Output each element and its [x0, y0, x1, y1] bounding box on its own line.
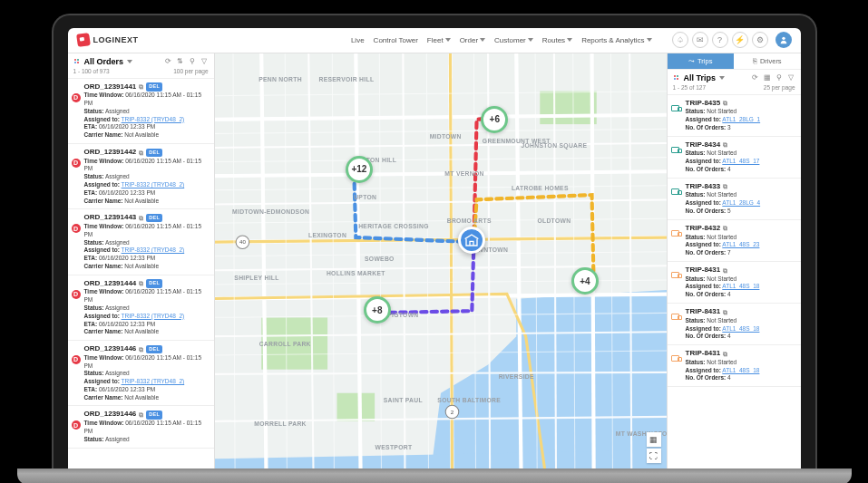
- filter-icon[interactable]: ▽: [200, 57, 209, 66]
- nav-item-order[interactable]: Order: [460, 36, 485, 44]
- order-trip-link[interactable]: TRIP-8332 (TRYD48_2): [122, 116, 185, 122]
- map-cluster[interactable]: +6: [481, 106, 508, 133]
- order-card[interactable]: DORD_12391444 ⧉ DELTime Window: 06/16/20…: [68, 275, 214, 341]
- chevron-down-icon[interactable]: [127, 60, 132, 63]
- open-icon[interactable]: ⧉: [139, 214, 143, 222]
- trip-vehicle-link[interactable]: ATL1_48S_17: [722, 158, 759, 164]
- open-icon[interactable]: ⧉: [723, 224, 727, 232]
- orders-panel-title[interactable]: All Orders: [84, 57, 124, 66]
- order-id: ORD_12391446 ⧉ DEL: [84, 410, 163, 420]
- order-id: ORD_12391441 ⧉ DEL: [84, 82, 163, 92]
- map-cluster[interactable]: +8: [364, 296, 391, 324]
- refresh-icon[interactable]: ⟳: [164, 57, 173, 66]
- map-layers-icon[interactable]: ▦: [647, 432, 661, 447]
- svg-text:SOWEBO: SOWEBO: [365, 256, 395, 262]
- trip-card[interactable]: TRIP-8431 ⧉Status: Not StartedAssigned t…: [668, 345, 801, 387]
- orders-list[interactable]: DORD_12391441 ⧉ DELTime Window: 06/16/20…: [68, 79, 214, 469]
- nav-item-fleet[interactable]: Fleet: [427, 36, 451, 44]
- map-view[interactable]: RESERVOIR HILLPENN NORTHMIDTOWNMIDTOWN-E…: [215, 53, 667, 469]
- adjust-icon[interactable]: ⚲: [775, 73, 784, 82]
- topbar: LOGINEXT LiveControl TowerFleetOrderCust…: [68, 28, 801, 53]
- settings-icon[interactable]: ⚙: [752, 32, 768, 48]
- trip-card[interactable]: TRIP-8433 ⧉Status: Not StartedAssigned t…: [668, 179, 801, 220]
- trip-card[interactable]: TRIP-8435 ⧉Status: Not StartedAssigned t…: [668, 95, 801, 137]
- order-id: ORD_12391443 ⧉ DEL: [84, 213, 163, 223]
- map-cluster[interactable]: +12: [346, 156, 373, 183]
- map-cluster[interactable]: +4: [571, 267, 599, 295]
- orders-per-page[interactable]: 100 per page: [173, 68, 208, 74]
- open-icon[interactable]: ⧉: [139, 149, 143, 157]
- open-icon[interactable]: ⧉: [723, 182, 727, 190]
- trip-vehicle-link[interactable]: ATL1_48S_23: [722, 241, 759, 247]
- bolt-icon[interactable]: ⚡: [732, 32, 748, 48]
- trip-assigned: Assigned to: ATL1_48S_17: [686, 158, 795, 166]
- trip-card[interactable]: TRIP-8431 ⧉Status: Not StartedAssigned t…: [668, 304, 801, 345]
- chat-icon[interactable]: ✉: [692, 32, 708, 48]
- trip-card[interactable]: TRIP-8432 ⧉Status: Not StartedAssigned t…: [668, 220, 801, 262]
- trip-id: TRIP-8431 ⧉: [686, 307, 728, 317]
- trip-order-count: No. Of Orders: 4: [686, 291, 795, 299]
- brand-logo[interactable]: LOGINEXT: [77, 34, 139, 46]
- nav-item-reports-analytics[interactable]: Reports & Analytics: [581, 36, 651, 44]
- trip-card[interactable]: TRIP-8431 ⧉Status: Not StartedAssigned t…: [668, 262, 801, 304]
- order-trip-link[interactable]: TRIP-8332 (TRYD48_2): [122, 246, 185, 253]
- user-avatar[interactable]: [775, 32, 792, 48]
- trips-list[interactable]: TRIP-8435 ⧉Status: Not StartedAssigned t…: [668, 95, 801, 469]
- open-icon[interactable]: ⧉: [723, 308, 727, 316]
- hub-marker[interactable]: [458, 227, 485, 254]
- order-eta: ETA: 06/16/2020 12:33 PM: [84, 123, 209, 131]
- order-status: Status: Assigned: [84, 239, 209, 247]
- order-card[interactable]: DORD_12391446 ⧉ DELTime Window: 06/16/20…: [68, 406, 214, 448]
- trip-vehicle-link[interactable]: ATL1_48S_18: [722, 283, 759, 289]
- refresh-icon[interactable]: ⟳: [751, 73, 760, 82]
- trip-vehicle-link[interactable]: ATL1_28LG_1: [722, 116, 760, 122]
- chevron-down-icon[interactable]: [719, 76, 725, 80]
- open-icon[interactable]: ⧉: [139, 279, 143, 287]
- help-icon[interactable]: ?: [712, 32, 728, 48]
- open-icon[interactable]: ⧉: [723, 266, 727, 275]
- chevron-down-icon: [528, 38, 533, 42]
- order-card[interactable]: DORD_12391446 ⧉ DELTime Window: 06/16/20…: [68, 341, 214, 406]
- trip-id: TRIP-8433 ⧉: [686, 182, 728, 192]
- trip-vehicle-link[interactable]: ATL1_48S_18: [722, 325, 759, 332]
- order-card[interactable]: DORD_12391443 ⧉ DELTime Window: 06/16/20…: [68, 209, 214, 275]
- nav-item-routes[interactable]: Routes: [542, 36, 572, 44]
- order-card[interactable]: DORD_12391442 ⧉ DELTime Window: 06/16/20…: [68, 144, 214, 209]
- svg-text:PIGTOWN: PIGTOWN: [387, 312, 418, 318]
- nav-item-control-tower[interactable]: Control Tower: [374, 36, 418, 44]
- svg-text:WESTPORT: WESTPORT: [375, 444, 412, 450]
- adjust-icon[interactable]: ⚲: [188, 57, 197, 66]
- bell-icon[interactable]: ♤: [672, 32, 688, 48]
- order-trip-link[interactable]: TRIP-8332 (TRYD48_2): [122, 313, 185, 319]
- map-fullscreen-icon[interactable]: ⛶: [647, 449, 661, 463]
- open-icon[interactable]: ⧉: [723, 350, 727, 358]
- trip-vehicle-link[interactable]: ATL1_28LG_4: [722, 199, 760, 206]
- open-icon[interactable]: ⧉: [723, 99, 727, 107]
- trip-card[interactable]: TRIP-8434 ⧉Status: Not StartedAssigned t…: [668, 137, 801, 179]
- tab-drivers[interactable]: ⎘ Drivers: [734, 53, 801, 69]
- open-icon[interactable]: ⧉: [139, 345, 143, 353]
- nav-item-live[interactable]: Live: [351, 36, 365, 44]
- grid-icon[interactable]: ▦: [763, 73, 772, 82]
- order-status: Status: Assigned: [84, 436, 209, 444]
- order-card[interactable]: DORD_12391441 ⧉ DELTime Window: 06/16/20…: [68, 79, 214, 144]
- tab-trips[interactable]: ⤳ Trips: [668, 53, 735, 69]
- trips-panel-title[interactable]: All Trips: [684, 73, 717, 82]
- order-marker-icon: D: [72, 224, 81, 233]
- order-marker-icon: D: [72, 290, 81, 299]
- open-icon[interactable]: ⧉: [723, 140, 727, 149]
- sort-icon[interactable]: ⇅: [176, 57, 185, 66]
- trip-vehicle-link[interactable]: ATL1_48S_18: [722, 367, 759, 373]
- filter-icon[interactable]: ▽: [786, 73, 795, 82]
- order-marker-icon: D: [72, 159, 81, 168]
- open-icon[interactable]: ⧉: [139, 82, 143, 91]
- nav-item-customer[interactable]: Customer: [494, 36, 533, 44]
- order-trip-link[interactable]: TRIP-8332 (TRYD48_2): [122, 181, 185, 188]
- trip-status: Status: Not Started: [686, 234, 795, 242]
- svg-text:LATROBE HOMES: LATROBE HOMES: [511, 184, 568, 190]
- trip-status: Status: Not Started: [686, 108, 795, 116]
- order-trip-link[interactable]: TRIP-8332 (TRYD48_2): [122, 378, 185, 384]
- open-icon[interactable]: ⧉: [139, 411, 143, 419]
- trips-per-page[interactable]: 25 per page: [764, 84, 795, 91]
- svg-text:RIVERSIDE: RIVERSIDE: [498, 373, 533, 380]
